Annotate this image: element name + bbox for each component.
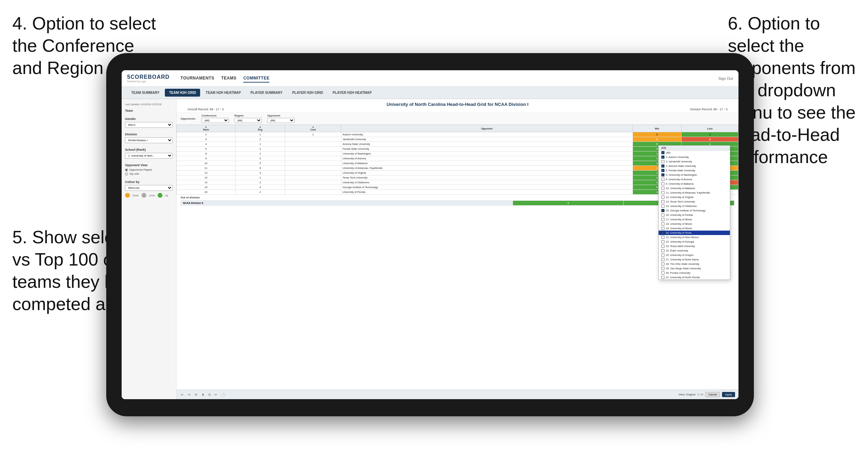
dropdown-item-11[interactable]: 11. University of Arkansas, Fayetteville xyxy=(659,191,730,195)
checkbox-14[interactable] xyxy=(661,205,664,208)
dropdown-item-18[interactable]: 18. University of Illinois xyxy=(659,222,730,226)
nav-signout[interactable]: Sign Out xyxy=(718,76,733,81)
region-filter-label: Region xyxy=(234,114,262,117)
table-row: 2 1 1 Auburn University 2 1 xyxy=(177,132,738,137)
dropdown-item-10[interactable]: 10. University of Alabama xyxy=(659,186,730,191)
dropdown-item-4[interactable]: 4. Arizona State University xyxy=(659,164,730,168)
gender-select[interactable]: Men's xyxy=(125,122,173,128)
toolbar-redo[interactable]: ↪ xyxy=(187,393,192,397)
dropdown-item-14[interactable]: 14. University of Oklahoma xyxy=(659,204,730,208)
dropdown-item-17[interactable]: 17. University of Illinois xyxy=(659,217,730,222)
checkbox-8[interactable] xyxy=(661,178,664,181)
checkbox-2[interactable] xyxy=(661,156,664,159)
dropdown-item-21[interactable]: 21. University of New Mexico xyxy=(659,235,730,239)
toolbar-refresh[interactable]: ↺ xyxy=(194,393,198,397)
dropdown-item-6[interactable]: 6. University of Washington xyxy=(659,173,730,177)
dropdown-item-all[interactable]: (All) xyxy=(659,150,730,155)
dropdown-item-12[interactable]: 12. University of Virginia xyxy=(659,195,730,199)
checkbox-12[interactable] xyxy=(661,196,664,199)
toolbar-clock[interactable]: 🕐 xyxy=(220,393,226,397)
dropdown-item-19[interactable]: 19. University of Illinois xyxy=(659,226,730,231)
school-select[interactable]: 1. University of Nort... xyxy=(125,153,173,159)
checkbox-9[interactable] xyxy=(661,182,664,185)
radio-top100[interactable]: Top 100 xyxy=(125,172,173,175)
nav-teams[interactable]: TEAMS xyxy=(221,74,236,83)
dropdown-item-5[interactable]: 5. Florida State University xyxy=(659,168,730,173)
dropdown-item-20[interactable]: 20. University of Texas xyxy=(659,231,730,235)
toolbar-copy[interactable]: ⎘ xyxy=(208,393,211,397)
checkbox-28[interactable] xyxy=(661,262,664,266)
checkbox-27[interactable] xyxy=(661,258,664,261)
data-table-wrap: #Rank #Reg #Conf Opponent Win Loss 2 xyxy=(176,125,738,390)
checkbox-19[interactable] xyxy=(661,227,664,230)
colour-select[interactable]: Win/Loss xyxy=(125,185,173,191)
checkbox-29[interactable] xyxy=(661,267,664,270)
checkbox-21[interactable] xyxy=(661,236,664,239)
dropdown-item-16[interactable]: 16. University of Florida xyxy=(659,213,730,217)
dropdown-item-8[interactable]: 8. University of Arizona xyxy=(659,177,730,182)
opponent-dropdown[interactable]: (All) (All) 2. Auburn University 3. Vand… xyxy=(658,145,730,280)
grid-header: University of North Carolina Head-to-Hea… xyxy=(176,99,738,113)
checkbox-6[interactable] xyxy=(661,173,664,176)
checkbox-30[interactable] xyxy=(661,271,664,274)
subnav-player-summary[interactable]: PLAYER SUMMARY xyxy=(246,89,287,97)
dropdown-item-27[interactable]: 27. University of Notre Dame xyxy=(659,257,730,262)
checkbox-15[interactable] xyxy=(661,209,664,212)
nav-tournaments[interactable]: TOURNAMENTS xyxy=(181,74,215,83)
checkbox-31[interactable] xyxy=(661,276,664,279)
dropdown-item-9[interactable]: 9. University of Alabama xyxy=(659,182,730,186)
dropdown-item-23[interactable]: 23. Texas A&M University xyxy=(659,244,730,248)
nav-committee[interactable]: COMMITTEE xyxy=(243,74,270,83)
dropdown-item-24[interactable]: 24. Duke University xyxy=(659,248,730,253)
grid-title: University of North Carolina Head-to-Hea… xyxy=(181,102,734,107)
table-row: 16 2 University of Florida 1 xyxy=(177,190,738,195)
checkbox-13[interactable] xyxy=(661,200,664,203)
dropdown-item-22[interactable]: 22. University of Georgia xyxy=(659,239,730,244)
subnav-team-h2h-heatmap[interactable]: TEAM H2H HEATMAP xyxy=(201,89,245,97)
dropdown-item-13[interactable]: 13. Texas Tech University xyxy=(659,199,730,204)
main-content: Last Updated: 4/10/2024 16:55:38 Team Ge… xyxy=(122,99,738,399)
checkbox-5[interactable] xyxy=(661,169,664,172)
dropdown-item-30[interactable]: 30. Purdue University xyxy=(659,271,730,275)
dropdown-item-31[interactable]: 31. University of North Florida xyxy=(659,275,730,280)
dropdown-item-25[interactable]: 25. University of Oregon xyxy=(659,253,730,257)
overall-record: Overall Record: 89 - 17 - 0 xyxy=(187,108,224,111)
team-label: Team xyxy=(125,109,173,112)
dropdown-item-3[interactable]: 3. Vanderbilt University xyxy=(659,159,730,164)
conference-select[interactable]: (All) xyxy=(201,118,229,123)
checkbox-20[interactable] xyxy=(661,231,664,234)
checkbox-3[interactable] xyxy=(661,160,664,163)
checkbox-17[interactable] xyxy=(661,218,664,221)
radio-top100-label: Top 100 xyxy=(129,172,139,175)
dropdown-item-29[interactable]: 29. San Diego State University xyxy=(659,266,730,271)
dropdown-item-28[interactable]: 28. The Ohio State University xyxy=(659,262,730,266)
radio-opponents-played[interactable]: Opponents Played xyxy=(125,168,173,171)
checkbox-16[interactable] xyxy=(661,213,664,217)
checkbox-4[interactable] xyxy=(661,164,664,168)
toolbar-pause[interactable]: ⏸ xyxy=(200,393,206,397)
toolbar-undo[interactable]: ↩ xyxy=(180,393,185,397)
checkbox-11[interactable] xyxy=(661,191,664,194)
checkbox-23[interactable] xyxy=(661,245,664,248)
subnav-team-h2h-grid[interactable]: TEAM H2H GRID xyxy=(165,89,200,97)
toolbar-crop[interactable]: ✂ xyxy=(213,393,218,397)
subnav-team-summary[interactable]: TEAM SUMMARY xyxy=(127,89,163,97)
checkbox-22[interactable] xyxy=(661,240,664,243)
opponent-select[interactable]: (All) xyxy=(267,118,295,123)
region-select[interactable]: (All) xyxy=(234,118,262,123)
subnav-player-h2h-grid[interactable]: PLAYER H2H GRID xyxy=(288,89,327,97)
division-select[interactable]: NCAA Division I xyxy=(125,137,173,143)
zoom-label: ⊙ W xyxy=(697,393,703,396)
checkbox-18[interactable] xyxy=(661,222,664,225)
dropdown-item-2[interactable]: 2. Auburn University xyxy=(659,155,730,159)
opponent-filter: Opponent (All) xyxy=(267,114,295,123)
checkbox-10[interactable] xyxy=(661,187,664,190)
nav-links: TOURNAMENTS TEAMS COMMITTEE xyxy=(181,74,270,83)
apply-button[interactable]: Apply xyxy=(722,392,735,397)
checkbox-all[interactable] xyxy=(661,151,664,154)
cancel-button[interactable]: Cancel xyxy=(705,392,720,397)
checkbox-24[interactable] xyxy=(661,249,664,252)
subnav-player-h2h-heatmap[interactable]: PLAYER H2H HEATMAP xyxy=(329,89,376,97)
dropdown-item-15[interactable]: 15. Georgia Institute of Technology xyxy=(659,208,730,213)
checkbox-25[interactable] xyxy=(661,254,664,257)
